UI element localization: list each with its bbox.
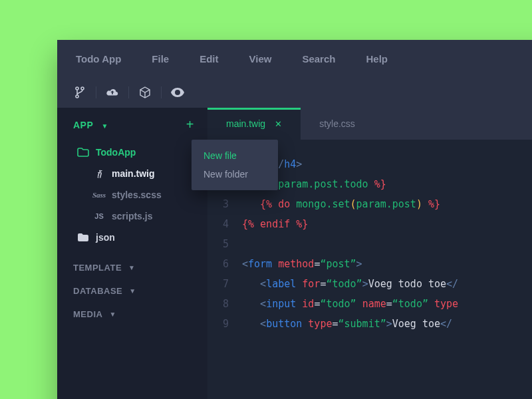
line-number: 7 (207, 274, 242, 294)
section-label: TEMPLATE (73, 263, 122, 273)
code-line[interactable]: 9 <button type=“submit”>Voeg toe</ (207, 314, 532, 334)
chevron-down-icon: ▼ (128, 264, 135, 271)
code-content[interactable] (242, 234, 532, 254)
menu-bar: Todo App File Edit View Search Help (57, 40, 532, 77)
toolbar-divider (128, 86, 129, 98)
eye-icon[interactable] (171, 86, 184, 99)
tree-file-label: scripts.js (112, 211, 152, 221)
new-item-dropdown: New file New folder (192, 140, 278, 190)
sidebar-section-template[interactable]: TEMPLATE ▼ (57, 256, 207, 279)
line-number: 9 (207, 314, 242, 334)
sidebar-section-label: APP (73, 120, 93, 130)
code-content[interactable]: {% do mongo.set(param.post) %} (242, 194, 532, 214)
sidebar-section-media[interactable]: MEDIA ▼ (57, 303, 207, 326)
tree-file-label: styles.scss (112, 190, 162, 200)
section-label: MEDIA (73, 309, 102, 319)
svg-point-1 (81, 87, 84, 90)
tree-root-label: TodoApp (96, 147, 136, 158)
svg-point-0 (76, 87, 78, 90)
code-content[interactable]: {% if param.post.todo %} (242, 174, 532, 194)
toolbar (57, 77, 532, 108)
sidebar-section-app[interactable]: APP ▼ + (57, 108, 207, 140)
code-line[interactable]: 5 (207, 234, 532, 254)
toolbar-divider (96, 86, 96, 98)
code-line[interactable]: 7 <label for=“todo”>Voeg todo toe</ (207, 274, 532, 294)
code-content[interactable]: {% endif %} (242, 214, 532, 234)
code-content[interactable]: <form method=“post”> (242, 254, 532, 274)
dropdown-new-folder[interactable]: New folder (192, 165, 278, 184)
code-content[interactable]: o App</h4> (242, 154, 532, 174)
sidebar-section-database[interactable]: DATABASE ▼ (57, 279, 207, 303)
app-title-menu[interactable]: Todo App (76, 53, 121, 65)
file-tree: TodoApp ᾔ main.twig Sass styles.scss JS … (57, 140, 207, 256)
line-number: 8 (207, 294, 242, 314)
svg-point-2 (76, 95, 78, 98)
chevron-down-icon: ▼ (109, 311, 116, 318)
tree-folder-json[interactable]: json (57, 227, 207, 248)
tree-folder-root[interactable]: TodoApp (57, 142, 207, 163)
svg-point-3 (176, 91, 179, 94)
tab-label: style.css (319, 118, 355, 129)
menu-view[interactable]: View (249, 53, 272, 65)
tab-label: main.twig (226, 118, 265, 129)
tree-file-styles-scss[interactable]: Sass styles.scss (57, 184, 207, 205)
tree-file-scripts-js[interactable]: JS scripts.js (57, 205, 207, 227)
code-line[interactable]: 3 {% do mongo.set(param.post) %} (207, 194, 532, 214)
sidebar: APP ▼ + TodoApp ᾔ main.twig (57, 108, 207, 399)
tree-file-main-twig[interactable]: ᾔ main.twig (57, 163, 207, 184)
main-area: APP ▼ + TodoApp ᾔ main.twig (57, 108, 532, 399)
menu-help[interactable]: Help (366, 53, 388, 65)
chevron-down-icon: ▼ (101, 122, 108, 130)
folder-icon (77, 231, 89, 243)
code-content[interactable]: <button type=“submit”>Voeg toe</ (242, 314, 532, 334)
line-number: 4 (207, 214, 242, 234)
line-number: 5 (207, 234, 242, 254)
tab-main-twig[interactable]: main.twig ✕ (207, 108, 301, 140)
toolbar-divider (161, 86, 162, 98)
tab-bar: main.twig ✕ style.css (207, 108, 532, 140)
folder-open-icon (77, 146, 89, 158)
line-number: 3 (207, 194, 242, 214)
line-number: 6 (207, 254, 242, 274)
git-branch-icon[interactable] (73, 86, 86, 99)
dropdown-new-file[interactable]: New file (192, 146, 278, 165)
code-content[interactable]: <input id=“todo” name=“todo” type (242, 294, 532, 314)
tab-style-css[interactable]: style.css (301, 108, 374, 140)
twig-file-icon: ᾔ (93, 168, 105, 180)
menu-edit[interactable]: Edit (200, 53, 218, 65)
section-label: DATABASE (73, 286, 122, 296)
js-file-icon: JS (93, 210, 105, 222)
code-line[interactable]: 6<form method=“post”> (207, 254, 532, 274)
close-icon[interactable]: ✕ (275, 119, 282, 129)
package-icon[interactable] (138, 86, 152, 99)
tree-file-label: main.twig (112, 168, 155, 179)
app-window: Todo App File Edit View Search Help (57, 40, 532, 399)
add-button[interactable]: + (186, 117, 194, 132)
menu-file[interactable]: File (152, 53, 169, 65)
cloud-upload-icon[interactable] (106, 86, 119, 99)
code-content[interactable]: <label for=“todo”>Voeg todo toe</ (242, 274, 532, 294)
code-line[interactable]: 8 <input id=“todo” name=“todo” type (207, 294, 532, 314)
menu-search[interactable]: Search (302, 53, 335, 65)
tree-folder-label: json (96, 232, 115, 243)
chevron-down-icon: ▼ (129, 287, 136, 295)
code-line[interactable]: 4{% endif %} (207, 214, 532, 234)
sass-file-icon: Sass (93, 189, 105, 201)
